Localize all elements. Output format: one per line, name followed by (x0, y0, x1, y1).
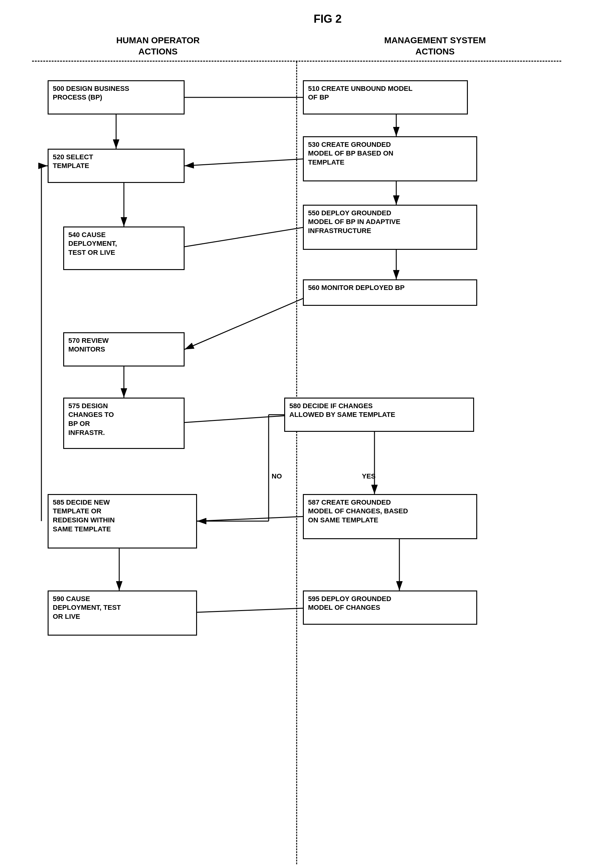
box-570: 570 REVIEWMONITORS (63, 332, 185, 366)
box-500: 500 DESIGN BUSINESSPROCESS (BP) (47, 80, 185, 115)
no-label: NO (272, 472, 282, 480)
svg-line-11 (185, 415, 300, 422)
diagram-container: FIG 2 HUMAN OPERATORACTIONS MANAGEMENT S… (0, 0, 593, 868)
box-530: 530 CREATE GROUNDEDMODEL OF BP BASED ONT… (303, 136, 477, 182)
svg-line-9 (185, 292, 318, 349)
right-column-header: MANAGEMENT SYSTEMACTIONS (297, 35, 561, 58)
svg-line-3 (185, 158, 318, 166)
columns-header: HUMAN OPERATORACTIONS MANAGEMENT SYSTEMA… (32, 35, 561, 58)
box-587: 587 CREATE GROUNDEDMODEL OF CHANGES, BAS… (303, 494, 477, 539)
box-560: 560 MONITOR DEPLOYED BP (303, 279, 477, 306)
left-column-header: HUMAN OPERATORACTIONS (32, 35, 297, 58)
center-divider (296, 62, 297, 864)
yes-label: YES (362, 472, 376, 480)
fig-title: FIG 2 (75, 12, 581, 25)
svg-line-17 (197, 516, 318, 521)
box-550: 550 DEPLOY GROUNDEDMODEL OF BP IN ADAPTI… (303, 205, 477, 250)
box-580: 580 DECIDE IF CHANGESALLOWED BY SAME TEM… (284, 398, 474, 432)
flow-area: NO YES 500 DESIGN BUSINESSPROCESS (BP) 5… (32, 62, 561, 864)
box-590: 590 CAUSEDEPLOYMENT, TESTOR LIVE (47, 590, 197, 636)
box-510: 510 CREATE UNBOUND MODELOF BP (303, 80, 468, 115)
box-595: 595 DEPLOY GROUNDEDMODEL OF CHANGES (303, 590, 477, 625)
svg-line-19 (197, 608, 318, 612)
svg-line-7 (185, 225, 318, 247)
box-520: 520 SELECTTEMPLATE (47, 149, 185, 183)
box-540: 540 CAUSEDEPLOYMENT,TEST OR LIVE (63, 226, 185, 270)
box-585: 585 DECIDE NEWTEMPLATE ORREDESIGN WITHIN… (47, 494, 197, 549)
box-575: 575 DESIGNCHANGES TOBP ORINFRASTR. (63, 398, 185, 449)
